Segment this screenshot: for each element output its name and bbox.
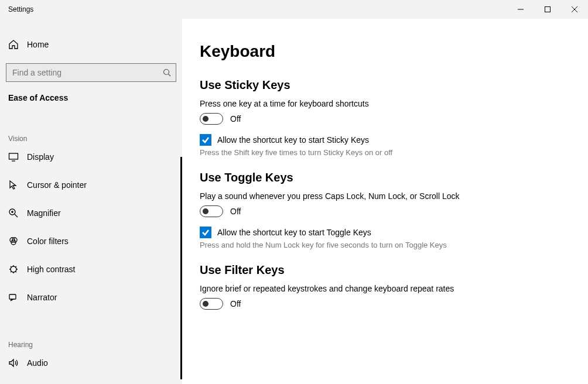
sidebar-item-narrator[interactable]: Narrator [0, 283, 182, 311]
section-title-filter-keys: Use Filter Keys [200, 263, 588, 277]
checkbox-icon [200, 227, 211, 238]
display-icon [8, 152, 19, 162]
checkbox-icon [200, 134, 211, 146]
svg-rect-8 [9, 294, 16, 299]
sidebar-item-label: Cursor & pointer [27, 180, 87, 190]
checkbox-hint: Press and hold the Num Lock key for five… [200, 241, 457, 249]
toggle-switch[interactable] [200, 298, 223, 310]
sidebar-item-cursor[interactable]: Cursor & pointer [0, 171, 182, 199]
category-header: Ease of Access [0, 82, 182, 105]
svg-rect-2 [9, 153, 18, 159]
section-title-sticky-keys: Use Sticky Keys [200, 78, 588, 92]
toggle-state-label: Off [230, 114, 241, 124]
sidebar-item-high-contrast[interactable]: High contrast [0, 255, 182, 283]
sidebar-home-label: Home [27, 40, 49, 49]
high-contrast-icon [8, 264, 19, 275]
section-desc: Ignore brief or repeated keystrokes and … [200, 284, 493, 293]
minimize-icon [518, 5, 524, 14]
cursor-icon [8, 180, 19, 190]
checkbox-toggle-shortcut[interactable]: Allow the shortcut key to start Toggle K… [200, 227, 588, 238]
sidebar-item-color-filters[interactable]: Color filters [0, 227, 182, 255]
toggle-toggle-keys[interactable]: Off [200, 205, 588, 217]
sidebar-item-label: Magnifier [27, 208, 61, 218]
maximize-icon [545, 5, 551, 14]
svg-point-1 [164, 70, 169, 75]
sidebar-item-magnifier[interactable]: Magnifier [0, 199, 182, 227]
section-desc: Play a sound whenever you press Caps Loc… [200, 191, 493, 201]
search-wrap [6, 63, 176, 82]
sidebar-item-label: Audio [27, 358, 48, 368]
narrator-icon [8, 292, 19, 303]
svg-rect-0 [545, 6, 551, 12]
audio-icon [8, 358, 19, 368]
sidebar-item-label: High contrast [27, 265, 75, 274]
section-title-toggle-keys: Use Toggle Keys [200, 171, 588, 184]
toggle-sticky-keys[interactable]: Off [200, 113, 588, 125]
nav-indicator [180, 157, 182, 379]
search-icon [163, 64, 171, 81]
checkbox-label: Allow the shortcut key to start Toggle K… [217, 228, 371, 237]
checkbox-sticky-shortcut[interactable]: Allow the shortcut key to start Sticky K… [200, 134, 588, 146]
sidebar-home[interactable]: Home [0, 33, 182, 56]
checkbox-label: Allow the shortcut key to start Sticky K… [217, 135, 369, 145]
close-button[interactable] [561, 0, 588, 19]
toggle-knob [203, 208, 208, 214]
app-body: Home Ease of Access Vision Display Curso… [0, 19, 588, 384]
close-icon [572, 5, 577, 14]
group-label-vision: Vision [0, 122, 182, 143]
page-title: Keyboard [200, 42, 588, 61]
home-icon [8, 39, 19, 50]
toggle-switch[interactable] [200, 113, 223, 125]
section-desc: Press one key at a time for keyboard sho… [200, 99, 493, 108]
nav-list: Vision Display Cursor & pointer Magnifie… [0, 105, 182, 377]
window-title: Settings [8, 5, 507, 13]
minimize-button[interactable] [507, 0, 534, 19]
sidebar-item-audio[interactable]: Audio [0, 349, 182, 377]
toggle-filter-keys[interactable]: Off [200, 298, 588, 310]
checkbox-hint: Press the Shift key five times to turn S… [200, 148, 457, 157]
maximize-button[interactable] [534, 0, 561, 19]
magnifier-icon [8, 208, 19, 218]
toggle-switch[interactable] [200, 205, 223, 217]
toggle-state-label: Off [230, 299, 241, 308]
sidebar-item-label: Color filters [27, 236, 69, 246]
search-input[interactable] [12, 68, 156, 77]
sidebar-item-display[interactable]: Display [0, 143, 182, 171]
sidebar-item-label: Narrator [27, 293, 57, 302]
sidebar-item-label: Display [27, 152, 54, 162]
titlebar: Settings [0, 0, 588, 19]
group-label-hearing: Hearing [0, 328, 182, 349]
toggle-knob [203, 301, 208, 307]
content-area: Keyboard Use Sticky Keys Press one key a… [182, 19, 588, 384]
color-filters-icon [8, 236, 19, 246]
sidebar: Home Ease of Access Vision Display Curso… [0, 19, 182, 384]
toggle-knob [203, 116, 208, 122]
search-box[interactable] [6, 63, 176, 82]
toggle-state-label: Off [230, 207, 241, 216]
